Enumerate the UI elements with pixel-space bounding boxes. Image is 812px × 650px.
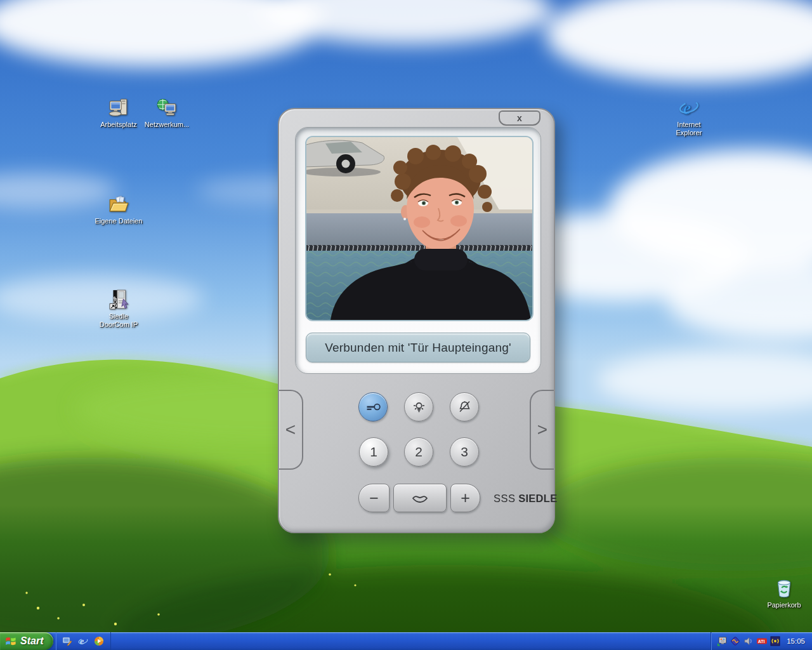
system-tray: ATI 15:05 — [710, 632, 812, 650]
door-release-button[interactable] — [358, 392, 388, 421]
ie-glyph: e — [683, 98, 691, 118]
launch-internet-explorer-button[interactable]: e — [77, 635, 89, 647]
minus-icon: − — [369, 490, 379, 506]
desktop-icon-label: Eigene Dateien — [95, 217, 142, 225]
connection-status-text: Verbunden mit 'Tür Haupteingang' — [325, 341, 511, 355]
door-camera-video — [305, 136, 534, 321]
digit-button-2[interactable]: 2 — [404, 437, 433, 467]
desktop-icon-papierkorb[interactable]: Papierkorb — [754, 578, 812, 609]
plus-icon: + — [461, 490, 470, 506]
start-button[interactable]: Start — [0, 632, 53, 650]
bell-mute-icon — [457, 399, 473, 415]
close-button[interactable]: x — [499, 110, 540, 126]
close-icon: x — [517, 113, 522, 123]
desktop: Arbeitsplatz Netzwerkum... Eigene Dateie… — [0, 0, 812, 650]
desktop-icon-internet-explorer[interactable]: e Internet Explorer — [658, 97, 719, 137]
launch-media-player-button[interactable] — [93, 635, 105, 647]
media-player-icon — [94, 636, 104, 646]
mute-doorbell-button[interactable] — [450, 392, 479, 421]
taskbar-empty-area — [111, 632, 710, 650]
desktop-icon-label: Siedle DoorCom IP — [94, 312, 143, 329]
nav-previous-tab[interactable]: < — [279, 390, 303, 470]
internet-explorer-icon: e — [678, 97, 700, 119]
speak-lips-icon — [409, 492, 431, 505]
doorcom-tray-icon[interactable] — [717, 636, 727, 646]
desktop-icon-label: Internet Explorer — [664, 121, 714, 137]
desktop-icon-label: Netzwerkum... — [145, 121, 189, 129]
doorcom-window: x — [278, 108, 555, 533]
desktop-icon-netzwerkumgebung[interactable]: Netzwerkum... — [136, 97, 197, 129]
connection-status-bar: Verbunden mit 'Tür Haupteingang' — [306, 333, 530, 362]
windows-flag-icon — [4, 635, 17, 647]
chevron-left-icon: < — [285, 420, 296, 440]
siedle-logo: SSS SIEDLE — [494, 493, 558, 505]
volume-down-button[interactable]: − — [358, 484, 390, 512]
taskbar: Start e — [0, 632, 812, 650]
light-button[interactable] — [404, 392, 433, 421]
my-documents-folder-icon — [108, 194, 129, 215]
desktop-icon-label: Papierkorb — [767, 601, 801, 609]
nav-next-tab[interactable]: > — [530, 390, 554, 470]
chevron-right-icon: > — [537, 420, 547, 440]
tray-clock: 15:05 — [787, 637, 805, 645]
speak-button[interactable] — [393, 484, 447, 512]
ati-icon[interactable]: ATI — [757, 636, 767, 646]
volume-up-button[interactable]: + — [450, 484, 480, 512]
digit-button-3[interactable]: 3 — [450, 437, 479, 467]
visitor-video-feed — [306, 137, 532, 320]
show-desktop-icon — [62, 636, 72, 646]
network-places-icon — [156, 97, 178, 119]
svg-text:ATI: ATI — [758, 639, 765, 644]
wireless-signal-icon[interactable] — [770, 636, 780, 646]
doorcom-shortcut-icon: DCIP — [108, 289, 129, 310]
my-computer-icon — [108, 97, 129, 119]
svg-text:e: e — [80, 637, 84, 646]
display-frame: Verbunden mit 'Tür Haupteingang' — [295, 127, 541, 374]
recycle-bin-icon — [773, 578, 795, 599]
desktop-icon-label: Arbeitsplatz — [100, 121, 136, 129]
digit-button-1[interactable]: 1 — [359, 437, 388, 467]
start-label: Start — [20, 635, 43, 647]
show-desktop-button[interactable] — [62, 635, 73, 647]
internet-explorer-icon: e — [78, 636, 88, 646]
volume-icon[interactable] — [743, 636, 754, 646]
key-icon — [365, 399, 382, 415]
quick-launch-bar: e — [56, 632, 111, 650]
desktop-icon-eigene-dateien[interactable]: Eigene Dateien — [88, 194, 149, 225]
light-icon — [411, 399, 427, 415]
audio-wave-icon[interactable] — [730, 636, 740, 646]
desktop-icon-siedle-doorcom-ip[interactable]: DCIP Siedle DoorCom IP — [88, 289, 149, 329]
